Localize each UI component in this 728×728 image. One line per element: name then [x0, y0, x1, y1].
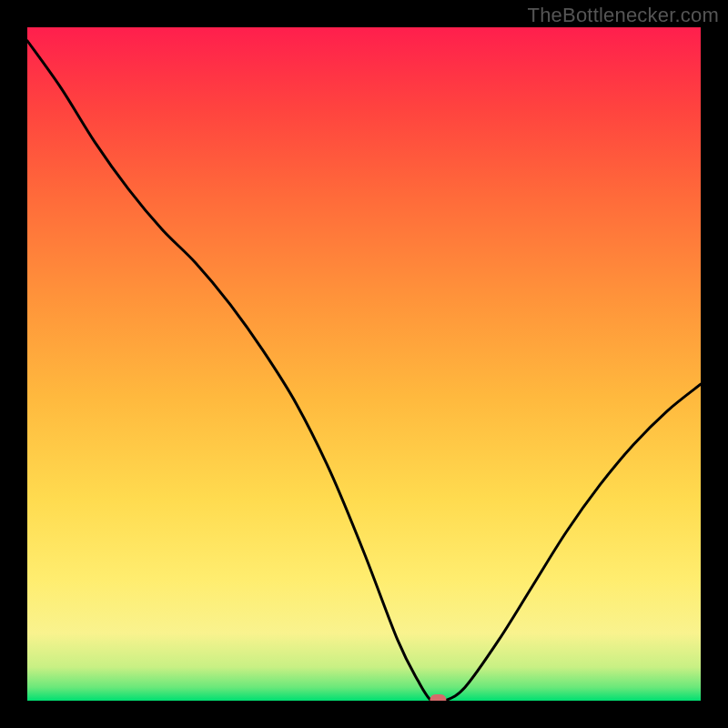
- attribution-text: TheBottlenecker.com: [528, 4, 719, 27]
- svg-rect-0: [27, 27, 701, 701]
- chart-gradient-background: [27, 27, 701, 701]
- bottleneck-chart: [27, 27, 701, 701]
